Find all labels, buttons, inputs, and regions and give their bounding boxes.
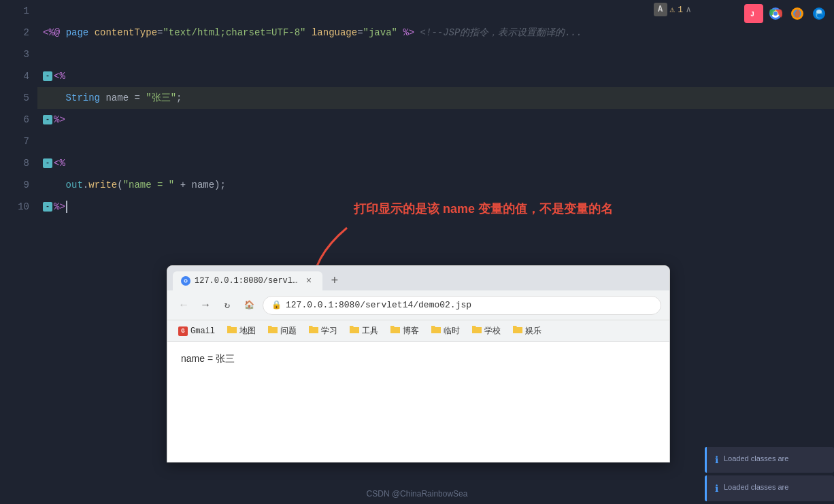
bookmark-school-label: 学校: [484, 325, 501, 337]
bookmark-folder-icon-2: [268, 326, 278, 337]
panel-text-1: Loaded classes are: [724, 454, 788, 464]
bottom-right-panels: ℹ Loaded classes are ℹ Loaded classes ar…: [705, 447, 834, 504]
bookmark-temp[interactable]: 临时: [426, 324, 465, 338]
code-line-8: -<%: [37, 152, 834, 174]
code-line-3: [37, 44, 834, 65]
code-line-5: String name = "张三";: [37, 87, 834, 109]
code-line-7: [37, 131, 834, 152]
panel-card-1: ℹ Loaded classes are: [705, 447, 834, 473]
bookmark-blog-label: 博客: [403, 325, 419, 337]
svg-point-11: [816, 10, 822, 14]
tab-title: 127.0.0.1:8080/servlet14/demo...: [195, 276, 299, 286]
bookmark-study[interactable]: 学习: [303, 324, 343, 338]
browser-tab-active[interactable]: 127.0.0.1:8080/servlet14/demo... ×: [173, 271, 322, 290]
code-line-1: [37, 0, 834, 22]
forward-button[interactable]: →: [197, 297, 214, 314]
fold-icon-10[interactable]: -: [43, 202, 52, 212]
bookmark-folder-icon-8: [513, 326, 522, 337]
firefox-icon[interactable]: [788, 4, 807, 23]
browser-content: name = 张三: [167, 342, 669, 463]
bookmark-folder-icon-3: [309, 326, 318, 337]
svg-point-5: [773, 12, 778, 16]
bookmark-temp-label: 临时: [444, 325, 460, 337]
warning-triangle: ⚠: [670, 4, 675, 15]
gmail-icon: G: [178, 326, 188, 336]
panel-info-icon-1: ℹ: [715, 454, 718, 466]
bookmark-issues[interactable]: 问题: [263, 324, 302, 338]
fold-icon-8[interactable]: -: [43, 158, 52, 168]
bookmark-maps[interactable]: 地图: [222, 324, 261, 338]
browser-tabs: 127.0.0.1:8080/servlet14/demo... × +: [167, 266, 669, 290]
fold-icon-4[interactable]: -: [43, 71, 52, 81]
browser-popup: 127.0.0.1:8080/servlet14/demo... × + ← →…: [167, 265, 670, 463]
bookmark-maps-label: 地图: [239, 325, 256, 337]
back-button[interactable]: ←: [176, 297, 192, 314]
tab-favicon: [181, 276, 190, 286]
code-line-6: -%>: [37, 109, 834, 131]
no-translate-icon: A: [654, 3, 667, 16]
lock-icon: 🔒: [271, 300, 282, 310]
bookmark-gmail[interactable]: G Gmail: [173, 325, 220, 337]
browser-addressbar: ← → ↻ 🏠 🔒 127.0.0.1:8080/servlet14/demo0…: [167, 290, 669, 320]
bookmark-folder-icon-5: [390, 326, 400, 337]
url-text: 127.0.0.1:8080/servlet14/demo02.jsp: [286, 300, 471, 310]
bookmark-tools[interactable]: 工具: [344, 324, 384, 338]
browser-bookmarks: G Gmail 地图 问题 学习 工具: [167, 320, 669, 342]
bookmark-folder-icon-7: [472, 326, 482, 337]
fold-icon-6[interactable]: -: [43, 115, 52, 124]
panel-info-icon-2: ℹ: [715, 483, 718, 494]
svg-point-15: [185, 280, 187, 282]
svg-point-10: [817, 14, 822, 18]
code-line-9: out.write("name = " + name);: [37, 174, 834, 196]
bookmark-issues-label: 问题: [280, 325, 297, 337]
refresh-button[interactable]: ↻: [219, 297, 235, 314]
panel-card-2: ℹ Loaded classes are: [705, 475, 834, 501]
page-output: name = 张三: [181, 353, 235, 364]
top-right-icons: J: [744, 4, 829, 23]
tab-close-button[interactable]: ×: [303, 275, 314, 286]
bookmark-folder-icon: [227, 326, 237, 337]
home-button[interactable]: 🏠: [241, 297, 257, 314]
warning-count: 1: [678, 5, 683, 15]
bookmark-entertainment[interactable]: 娱乐: [507, 324, 547, 338]
intellij-icon[interactable]: J: [744, 4, 763, 23]
watermark: CSDN @ChinaRainbowSea: [367, 489, 468, 499]
bookmark-folder-icon-6: [431, 326, 441, 337]
bookmark-school[interactable]: 学校: [467, 324, 506, 338]
svg-text:J: J: [750, 11, 754, 18]
edge-icon[interactable]: [810, 4, 829, 23]
bookmark-study-label: 学习: [321, 325, 337, 337]
panel-text-2: Loaded classes are: [724, 482, 788, 492]
bookmark-tools-label: 工具: [362, 325, 378, 337]
bookmark-blog[interactable]: 博客: [385, 324, 424, 338]
bookmark-gmail-label: Gmail: [190, 326, 215, 336]
caret-icon: ∧: [686, 4, 691, 15]
url-bar[interactable]: 🔒 127.0.0.1:8080/servlet14/demo02.jsp: [263, 296, 661, 315]
new-tab-button[interactable]: +: [325, 271, 344, 290]
bookmark-entertainment-label: 娱乐: [525, 325, 541, 337]
code-line-4: -<%: [37, 65, 834, 87]
line-numbers: 1 2 3 4 5 6 7 8 9 10: [0, 0, 37, 504]
code-line-2: <%@ page contentType="text/html;charset=…: [37, 22, 834, 44]
bookmark-folder-icon-4: [350, 326, 359, 337]
annotation-text: 打印显示的是该 name 变量的值，不是变量的名: [354, 201, 613, 217]
chrome-icon[interactable]: [766, 4, 785, 23]
warning-area: A ⚠ 1 ∧: [654, 3, 691, 16]
